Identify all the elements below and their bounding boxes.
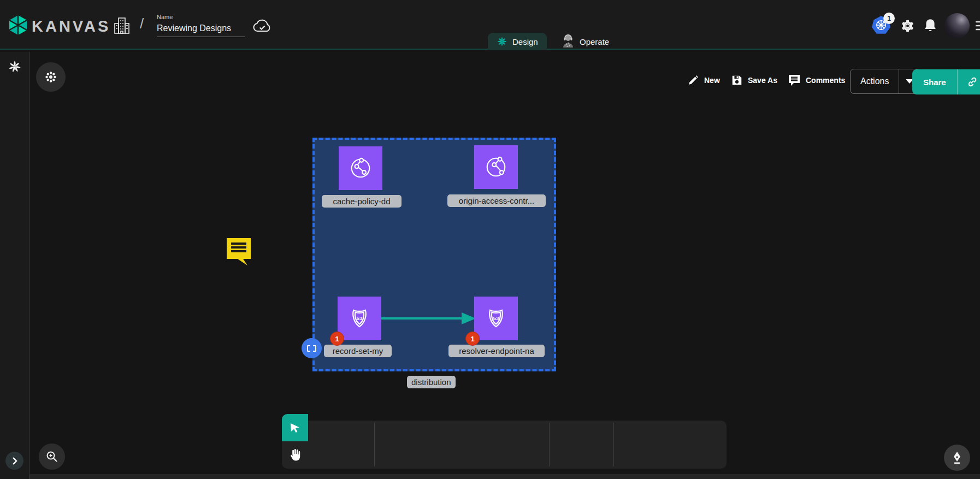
- actions-button[interactable]: Actions: [851, 69, 899, 93]
- node-label-origin-access-control[interactable]: origin-access-contr...: [447, 194, 546, 207]
- comments-button[interactable]: Comments: [788, 74, 845, 86]
- tab-design[interactable]: Design: [488, 33, 547, 50]
- edge-record-set-to-resolver[interactable]: [380, 310, 478, 327]
- design-tab-flower-icon: [497, 36, 507, 47]
- design-name-input[interactable]: [157, 22, 245, 37]
- zoom-in-button[interactable]: [39, 443, 65, 470]
- actions-split-button: Actions: [850, 69, 920, 94]
- group-drag-handle[interactable]: [302, 338, 322, 358]
- route53-shield-icon: 53: [345, 304, 374, 333]
- cloudfront-globe-icon: [482, 153, 510, 181]
- operate-tab-person-icon: [562, 34, 575, 49]
- tool-dock: [308, 421, 727, 469]
- organization-icon[interactable]: [113, 16, 131, 35]
- design-name-label: Name: [157, 14, 173, 20]
- node-label-record-set[interactable]: record-set-my: [324, 345, 392, 357]
- kubernetes-count-badge: 1: [883, 13, 895, 24]
- kanvas-app: KANVAS / Name: [0, 0, 980, 479]
- user-avatar[interactable]: [944, 13, 970, 38]
- save-floppy-icon: [731, 74, 743, 86]
- cloudfront-globe-icon: [346, 154, 375, 182]
- hand-icon: [288, 448, 302, 462]
- breadcrumb-slash: /: [140, 15, 144, 32]
- new-button[interactable]: New: [687, 74, 720, 86]
- header-bar: KANVAS / Name: [0, 0, 980, 50]
- comments-button-label: Comments: [806, 76, 845, 85]
- dock-divider: [374, 423, 375, 466]
- node-resolver-endpoint[interactable]: 53: [474, 297, 518, 340]
- new-pencil-icon: [687, 74, 699, 86]
- node-cache-policy[interactable]: [339, 146, 382, 190]
- group-label-distribution[interactable]: distribution: [407, 376, 456, 388]
- node-label-resolver-endpoint[interactable]: resolver-endpoint-na: [448, 345, 545, 357]
- canvas-settings-button[interactable]: [36, 62, 66, 92]
- node-record-set[interactable]: 53: [338, 297, 381, 340]
- cloud-saved-icon: [252, 18, 273, 34]
- pen-nib-icon: [951, 451, 963, 464]
- save-as-button[interactable]: Save As: [731, 74, 777, 86]
- svg-text:53: 53: [357, 315, 363, 321]
- settings-gear-icon[interactable]: [900, 19, 915, 33]
- left-sidebar: [0, 52, 29, 479]
- cursor-arrow-icon: [288, 421, 302, 434]
- save-as-button-label: Save As: [748, 76, 777, 85]
- kanvas-logo-icon[interactable]: [7, 14, 29, 36]
- copy-link-button[interactable]: [957, 69, 980, 94]
- tab-operate[interactable]: Operate: [553, 33, 618, 50]
- comments-icon: [788, 74, 801, 86]
- bottom-strip: [0, 474, 980, 479]
- link-icon: [966, 76, 978, 88]
- kanvas-wordmark: KANVAS: [32, 17, 110, 36]
- route53-shield-icon: 53: [482, 304, 510, 333]
- dock-divider: [613, 423, 614, 466]
- share-split-button: Share: [912, 69, 980, 94]
- magnifier-plus-icon: [45, 450, 58, 463]
- design-tab-label: Design: [512, 37, 538, 46]
- node-origin-access-control[interactable]: [474, 145, 518, 189]
- new-button-label: New: [704, 76, 720, 85]
- pen-mode-button[interactable]: [944, 445, 970, 471]
- notifications-bell-icon[interactable]: [923, 18, 937, 33]
- node-label-cache-policy[interactable]: cache-policy-dd: [322, 195, 402, 208]
- canvas-comment-marker[interactable]: [225, 236, 253, 267]
- meshery-flower-icon[interactable]: [8, 60, 22, 74]
- dock-divider: [549, 423, 550, 466]
- operate-tab-label: Operate: [580, 37, 609, 46]
- hamburger-menu-icon[interactable]: [976, 20, 980, 31]
- node-record-set-badge[interactable]: 1: [330, 332, 344, 346]
- share-button[interactable]: Share: [912, 69, 957, 94]
- sidebar-expand-button[interactable]: [5, 452, 23, 470]
- group-icon: [307, 345, 316, 352]
- tool-pan[interactable]: [282, 441, 308, 469]
- node-resolver-endpoint-badge[interactable]: 1: [465, 332, 480, 346]
- tool-select[interactable]: [282, 414, 308, 441]
- svg-text:53: 53: [493, 315, 499, 321]
